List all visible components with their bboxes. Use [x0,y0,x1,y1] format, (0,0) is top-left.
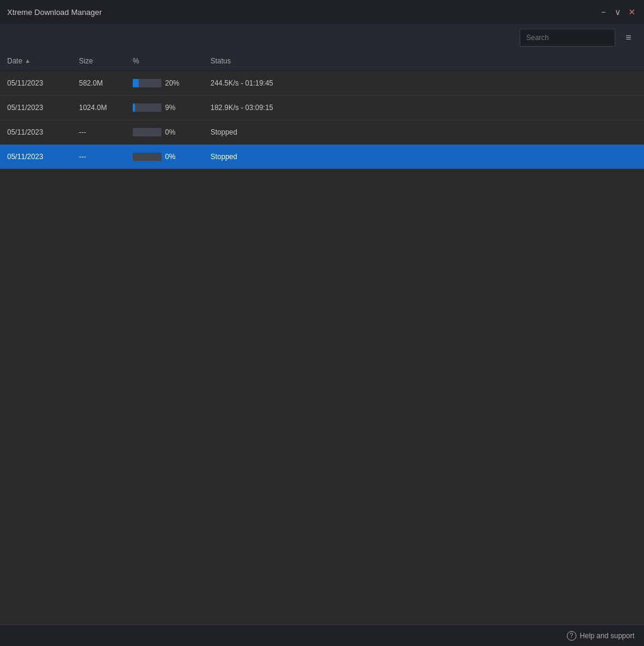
cell-size: --- [72,120,126,144]
table-header-row: Date ▲ Size % Status [0,51,644,71]
table-row[interactable]: 05/11/20231024.0M9%182.9K/s - 03:09:15 [0,95,644,120]
sort-arrow-date: ▲ [25,57,30,64]
cell-size: --- [72,144,126,169]
progress-text: 20% [165,79,182,87]
close-button[interactable]: ✕ [627,7,637,17]
cell-date: 05/11/2023 [0,71,72,95]
progress-bar-bg [133,103,161,112]
col-header-size[interactable]: Size [72,51,126,71]
help-label: Help and support [580,632,634,640]
footer: ? Help and support [0,624,644,646]
toolbar: ≡ [0,24,644,51]
progress-bar-fill [133,103,135,112]
cell-size: 582.0M [72,71,126,95]
table-row[interactable]: 05/11/2023---0%Stopped [0,120,644,144]
col-header-date[interactable]: Date ▲ [0,51,72,71]
progress-bar-fill [133,79,139,87]
col-header-status[interactable]: Status [203,51,644,71]
help-icon: ? [567,631,576,641]
title-bar-left: Xtreme Download Manager [7,8,102,17]
cell-percent: 0% [126,120,203,144]
cell-status: 182.9K/s - 03:09:15 [203,95,644,120]
cell-date: 05/11/2023 [0,95,72,120]
menu-button[interactable]: ≡ [620,29,637,46]
cell-percent: 20% [126,71,203,95]
search-input[interactable] [520,29,615,47]
cell-status: 244.5K/s - 01:19:45 [203,71,644,95]
table-body: 05/11/2023582.0M20%244.5K/s - 01:19:4505… [0,71,644,169]
col-header-percent[interactable]: % [126,51,203,71]
cell-status: Stopped [203,144,644,169]
progress-bar-bg [133,153,161,161]
title-bar-controls: − ∨ ✕ [599,7,637,17]
cell-date: 05/11/2023 [0,144,72,169]
download-table-container: Date ▲ Size % Status 05/11/2023582.0M20%… [0,51,644,624]
progress-text: 0% [165,153,182,161]
cell-size: 1024.0M [72,95,126,120]
help-support-link[interactable]: ? Help and support [567,631,634,641]
cell-percent: 0% [126,144,203,169]
table-row[interactable]: 05/11/2023582.0M20%244.5K/s - 01:19:45 [0,71,644,95]
progress-text: 0% [165,128,182,136]
title-bar: Xtreme Download Manager − ∨ ✕ [0,0,644,24]
download-table: Date ▲ Size % Status 05/11/2023582.0M20%… [0,51,644,169]
minimize-button[interactable]: − [599,7,608,17]
progress-bar-bg [133,128,161,136]
cell-status: Stopped [203,120,644,144]
cell-percent: 9% [126,95,203,120]
progress-bar-bg [133,79,161,87]
progress-text: 9% [165,103,182,112]
cell-date: 05/11/2023 [0,120,72,144]
maximize-button[interactable]: ∨ [613,7,622,17]
app-title: Xtreme Download Manager [7,8,102,17]
table-row[interactable]: 05/11/2023---0%Stopped [0,144,644,169]
